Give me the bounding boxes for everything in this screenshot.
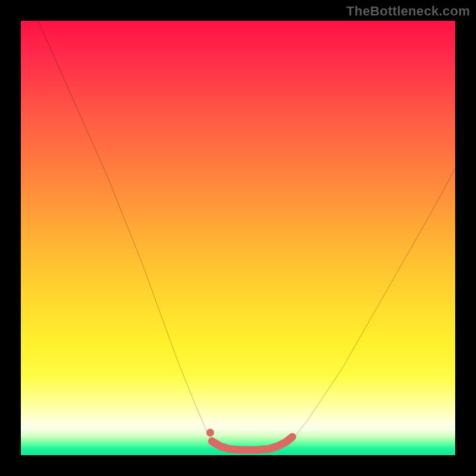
watermark-text: TheBottleneck.com	[346, 4, 470, 19]
chart-frame: TheBottleneck.com	[0, 0, 476, 476]
bottleneck-curve	[38, 21, 455, 451]
highlight-dot	[206, 428, 214, 436]
curve-layer	[21, 21, 455, 455]
plot-area	[21, 21, 455, 455]
optimal-range-marker	[212, 437, 292, 450]
